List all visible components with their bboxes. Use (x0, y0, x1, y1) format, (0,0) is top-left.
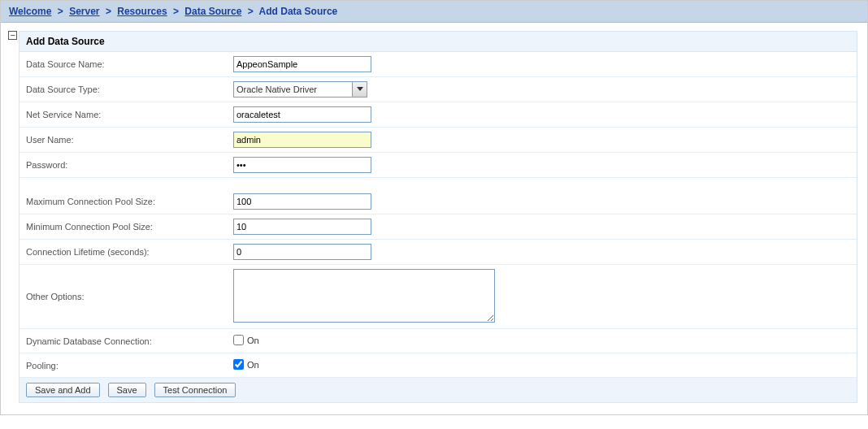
test-connection-button[interactable]: Test Connection (154, 383, 237, 397)
action-bar: Save and Add Save Test Connection (20, 378, 857, 402)
label-other-options: Other Options: (26, 292, 233, 301)
input-user-name[interactable] (233, 132, 371, 148)
checkbox-dynamic-db-label: On (247, 336, 259, 345)
breadcrumb-current: Add Data Source (259, 6, 338, 17)
page: Welcome > Server > Resources > Data Sour… (0, 0, 868, 415)
row-dynamic-db: Dynamic Database Connection: On (20, 329, 857, 353)
breadcrumb-separator: > (106, 6, 111, 17)
checkbox-pooling[interactable] (233, 359, 244, 370)
add-data-source-panel: − Add Data Source Data Source Name: Data… (19, 31, 857, 403)
breadcrumb-server[interactable]: Server (69, 6, 99, 17)
save-button[interactable]: Save (108, 383, 146, 397)
textarea-other-options[interactable] (233, 269, 495, 323)
label-data-source-name: Data Source Name: (26, 59, 233, 69)
row-conn-lifetime: Connection Lifetime (seconds): (20, 240, 857, 265)
breadcrumb-separator: > (58, 6, 63, 17)
breadcrumb-separator: > (248, 6, 254, 17)
label-min-pool: Minimum Connection Pool Size: (26, 222, 233, 232)
select-data-source-type-value: Oracle Native Driver (234, 82, 352, 97)
input-max-pool[interactable] (233, 193, 371, 210)
label-user-name: User Name: (26, 135, 233, 145)
label-conn-lifetime: Connection Lifetime (seconds): (26, 247, 233, 257)
input-min-pool[interactable] (233, 219, 371, 235)
checkbox-dynamic-db[interactable] (233, 335, 244, 345)
save-and-add-button[interactable]: Save and Add (26, 383, 100, 397)
checkbox-pooling-label: On (247, 360, 259, 370)
collapse-toggle-icon[interactable]: − (8, 31, 17, 40)
content: − Add Data Source Data Source Name: Data… (1, 23, 867, 414)
input-net-service-name[interactable] (233, 106, 371, 123)
breadcrumb-separator: > (173, 6, 179, 17)
row-data-source-type: Data Source Type: Oracle Native Driver (20, 77, 857, 102)
label-net-service-name: Net Service Name: (26, 110, 233, 119)
label-max-pool: Maximum Connection Pool Size: (26, 197, 233, 206)
section-gap (20, 178, 857, 189)
row-data-source-name: Data Source Name: (20, 52, 857, 77)
row-max-pool: Maximum Connection Pool Size: (20, 189, 857, 214)
input-password[interactable] (233, 157, 371, 173)
breadcrumb-welcome[interactable]: Welcome (9, 6, 51, 17)
breadcrumb: Welcome > Server > Resources > Data Sour… (1, 1, 867, 23)
select-data-source-type[interactable]: Oracle Native Driver (233, 81, 367, 98)
input-data-source-name[interactable] (233, 56, 371, 72)
row-other-options: Other Options: (20, 265, 857, 329)
row-password: Password: (20, 153, 857, 178)
svg-marker-0 (357, 87, 363, 91)
row-min-pool: Minimum Connection Pool Size: (20, 214, 857, 240)
panel-title: Add Data Source (20, 32, 857, 52)
row-pooling: Pooling: On (20, 353, 857, 378)
label-pooling: Pooling: (26, 361, 233, 370)
chevron-down-icon[interactable] (352, 82, 367, 97)
breadcrumb-data-source[interactable]: Data Source (184, 6, 241, 17)
label-dynamic-db: Dynamic Database Connection: (26, 336, 233, 346)
label-data-source-type: Data Source Type: (26, 84, 233, 94)
breadcrumb-resources[interactable]: Resources (117, 6, 167, 17)
input-conn-lifetime[interactable] (233, 244, 371, 260)
row-net-service-name: Net Service Name: (20, 102, 857, 128)
label-password: Password: (26, 160, 233, 170)
row-user-name: User Name: (20, 128, 857, 153)
